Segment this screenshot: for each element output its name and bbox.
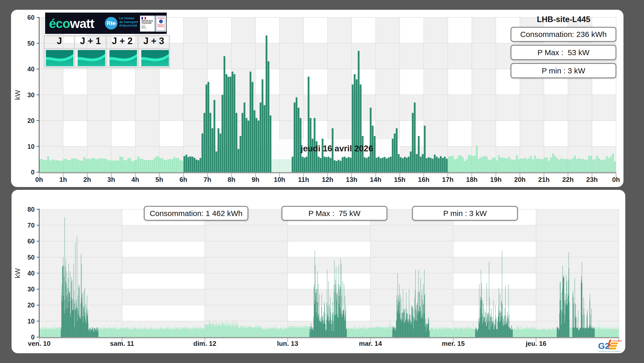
svg-text:Optimisation des ressources én: Optimisation des ressources énergétiques [598, 351, 620, 352]
svg-text:40: 40 [27, 65, 35, 73]
svg-text:30: 30 [27, 286, 35, 293]
svg-text:12h: 12h [322, 176, 333, 183]
svg-text:G2: G2 [598, 341, 610, 351]
svg-text:9h: 9h [252, 176, 259, 183]
svg-text:70: 70 [27, 222, 35, 229]
svg-text:23h: 23h [586, 176, 598, 183]
svg-text:1h: 1h [59, 176, 67, 183]
svg-text:8h: 8h [227, 176, 235, 183]
svg-text:20h: 20h [514, 176, 526, 183]
svg-text:16h: 16h [418, 176, 430, 183]
svg-text:kW: kW [14, 268, 22, 278]
svg-text:mer. 15: mer. 15 [442, 340, 465, 347]
svg-text:0h: 0h [612, 176, 620, 183]
svg-text:40: 40 [27, 270, 35, 277]
svg-text:60: 60 [27, 238, 35, 245]
svg-text:10: 10 [27, 143, 35, 150]
svg-text:sam. 11: sam. 11 [110, 340, 134, 347]
svg-text:0h: 0h [35, 176, 43, 183]
svg-text:50: 50 [27, 40, 35, 47]
svg-text:19h: 19h [490, 176, 502, 183]
svg-text:2h: 2h [83, 176, 91, 183]
svg-text:80: 80 [27, 206, 35, 213]
svg-text:15h: 15h [394, 176, 405, 183]
svg-text:60: 60 [27, 14, 35, 21]
svg-text:10: 10 [27, 318, 35, 325]
svg-text:11h: 11h [298, 176, 309, 183]
svg-text:30: 30 [27, 91, 35, 99]
svg-text:FRANCE: FRANCE [613, 340, 622, 342]
svg-text:22h: 22h [562, 176, 574, 183]
svg-text:0: 0 [31, 169, 35, 176]
svg-text:5h: 5h [155, 176, 163, 183]
svg-text:17h: 17h [442, 176, 454, 183]
svg-text:ven. 10: ven. 10 [28, 340, 51, 347]
svg-text:4h: 4h [131, 176, 139, 183]
svg-text:jeu. 16: jeu. 16 [526, 340, 547, 347]
svg-text:14h: 14h [370, 176, 381, 183]
svg-text:10h: 10h [274, 176, 285, 183]
svg-text:mar. 14: mar. 14 [359, 340, 382, 347]
svg-text:18h: 18h [466, 176, 478, 183]
svg-text:21h: 21h [538, 176, 550, 183]
svg-text:lun. 13: lun. 13 [277, 340, 298, 347]
svg-text:50: 50 [27, 254, 35, 261]
svg-text:6h: 6h [180, 176, 187, 183]
svg-text:13h: 13h [346, 176, 358, 183]
svg-text:kW: kW [14, 90, 22, 100]
svg-text:3h: 3h [107, 176, 115, 183]
svg-text:20: 20 [27, 301, 35, 309]
svg-text:dim. 12: dim. 12 [193, 340, 216, 347]
svg-text:7h: 7h [204, 176, 211, 183]
svg-text:20: 20 [27, 117, 35, 124]
